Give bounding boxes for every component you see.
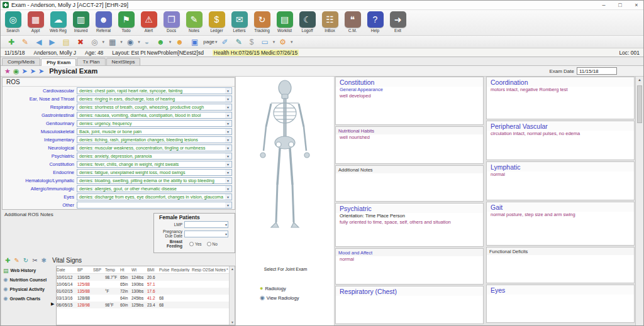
ros-dropdown-cardiovascular[interactable]: denies: chest pain, rapid heart rate, sy… [77,87,232,94]
column-header[interactable]: Temp [105,268,120,272]
transfer-icon[interactable]: ◒ [145,38,149,46]
table-row[interactable]: 10/06/14125/8865in190lbs57.1 [57,281,235,288]
column-header[interactable]: Date [57,268,77,272]
ros-dropdown-ear-nose-and-throat[interactable]: denies: ringing in ears, discharge, loss… [77,95,232,102]
back-icon[interactable]: ◀ [36,38,42,46]
exam-panel-lymphatic[interactable]: Lymphaticnormal [486,161,635,200]
star-icon[interactable]: ★ [4,68,11,75]
globe-icon[interactable]: ◉ [13,68,19,75]
notes-button[interactable]: ✎Notes [184,11,204,33]
exam-panel-constitution[interactable]: ConstitutionGeneral Appearancewell devel… [335,77,484,125]
scroll-up-icon[interactable]: ▲ [638,78,641,82]
help-button[interactable]: ?Help [365,11,385,33]
exit-button[interactable]: ➜Exit [388,11,408,33]
inbox-button[interactable]: ☷InBox [320,11,340,33]
patient-orange-icon[interactable]: ☻ [175,38,184,46]
forward-arrow-icon[interactable]: ➤ [21,68,27,75]
column-header[interactable]: Notes [215,268,226,272]
ros-dropdown-other[interactable]: ▾ [77,202,232,209]
view-radiology-link[interactable]: ◉ View Radiology [260,295,299,301]
edit-icon[interactable]: ✎ [14,258,19,264]
todo-button[interactable]: ⚑Todo [116,11,136,33]
patient-green-icon[interactable]: ☻ [157,38,165,46]
ros-dropdown-integumentary[interactable]: denies: itching, rash, pigmentation chan… [77,136,232,143]
ros-dropdown-respiratory[interactable]: denies: shortness of breath, cough, whee… [77,104,232,111]
basket-icon[interactable]: ▤ [63,38,70,46]
refresh-icon[interactable]: ↻ [23,258,28,264]
ros-dropdown-eyes[interactable]: denies: discharge from eyes, eye discomf… [77,193,232,200]
ros-dropdown-constitution[interactable]: denies: fever, chills, change in weight,… [77,161,232,168]
view-icon[interactable]: ◉ [127,38,133,46]
ros-dropdown-endocrine[interactable]: denies: fatigue, unexplained weight loss… [77,169,232,176]
print-icon[interactable]: ▦ [109,38,116,46]
close-button[interactable]: × [628,1,644,9]
skeleton-figure[interactable] [247,78,323,266]
brush-icon[interactable]: ✐ [222,38,228,46]
insured-button[interactable]: ▥Insured [71,11,91,33]
breast-feeding-no-radio[interactable] [207,242,211,246]
page-icon[interactable]: ▣ [191,38,198,46]
ros-dropdown-psychiatric[interactable]: denies: anxiety, depression, paranoia▾ [77,153,232,160]
worklist-button[interactable]: ▤Worklist [275,11,294,33]
column-header[interactable]: Ht [120,268,131,272]
ros-dropdown-gastrointestinal[interactable]: denies: nausea, vomiting, diarrhea, cons… [77,112,232,119]
dropdown-arrow-icon[interactable]: ▾ [102,40,104,45]
tracking-button[interactable]: ↻Tracking [252,11,272,33]
radiology-link[interactable]: ● Radiology [260,285,286,291]
dropdown-arrow-icon[interactable]: ▾ [120,40,123,45]
maximize-button[interactable]: □ [612,1,628,9]
add-icon[interactable]: ✚ [5,258,10,264]
dropdown-arrow-icon[interactable]: ▾ [138,40,140,45]
search-small-icon[interactable]: ◎ [91,38,97,46]
exam-panel-functional-deficits[interactable]: Functional Deficits [486,247,635,283]
scroll-up-icon[interactable]: ▲ [231,267,234,271]
dropdown-arrow-icon[interactable]: ▾ [273,40,275,45]
table-row[interactable]: 10/01/12136/8598.7°F65in124lbs20.6 [57,274,235,281]
exam-panel-psychiatric[interactable]: PsychiatricOrientation: Time Place Perso… [335,203,484,247]
column-header[interactable]: Pulse [159,268,171,272]
forward-arrow-icon[interactable]: ➤ [38,68,44,75]
exam-panel-mood-and-affect[interactable]: Mood and Affectnormal [335,248,484,285]
ros-dropdown-allergic-immunologic[interactable]: denies: allergies, gout, or other rheuma… [77,185,232,192]
ros-dropdown-neurological[interactable]: denies: muscular weakness, concentration… [77,144,232,151]
column-header[interactable]: BP [77,268,93,272]
logoff-button[interactable]: ☾Logoff [297,11,317,33]
ros-dropdown-musculoskeletal[interactable]: Back, joint, muscle or bone pain▾ [77,128,232,135]
docs-button[interactable]: ❐Docs [162,11,181,33]
scroll-down-icon[interactable]: ▼ [231,320,234,324]
ledger-button[interactable]: $Ledger [207,11,226,33]
chart-icon[interactable]: ▭ [261,38,268,46]
table-row[interactable]: 06/05/15128/9898°F60in125lbs23.468 [57,302,235,308]
pen-icon[interactable]: ✎ [236,38,242,46]
options-icon[interactable]: ✱ [42,258,47,264]
table-row[interactable]: 01/02/15135/88°F72in130lbs17.6 [57,288,235,295]
dropdown-arrow-icon[interactable]: ▾ [215,40,218,45]
exam-panel-respiratory-chest-[interactable]: Respiratory (Chest) [335,286,484,324]
sidebar-item-nutrition-counsel[interactable]: ✺Nutrition Counsel [2,275,56,285]
column-header[interactable]: O2Sat [203,268,215,272]
alert-button[interactable]: ⚠Alert [139,11,158,33]
column-header[interactable]: SBP [93,268,105,272]
dropdown-arrow-icon[interactable]: ▾ [291,40,293,45]
exam-panel-peripheral-vascular[interactable]: Peripheral Vascularcirculation intact, n… [486,121,635,160]
billing-icon[interactable]: $ [250,38,254,46]
letters-button[interactable]: ✉Letters [230,11,249,33]
tab-tx-plan[interactable]: Tx Plan [77,58,105,65]
exam-panel-gait[interactable]: Gaitnormal posture, step size and arm sw… [486,202,635,246]
minimize-button[interactable]: – [596,1,612,9]
vital-signs-scrollbar[interactable]: ▲ ▼ [229,266,235,325]
breast-feeding-yes-radio[interactable] [189,242,194,246]
tab-nextsteps[interactable]: NextSteps [106,58,141,65]
forward-arrow-icon[interactable]: ➤ [30,68,36,75]
web-reg-button[interactable]: ☁Web Reg [48,11,68,33]
tools-icon[interactable]: ⚙ [279,38,286,46]
column-header[interactable]: Wt [131,268,147,272]
referral-button[interactable]: ☻Referral [94,11,113,33]
sidebar-item-growth-charts[interactable]: ✺Growth Charts [2,294,56,303]
exam-panel-nutritional-habits[interactable]: Nutritional Habitswell nourished [335,126,484,164]
add-icon[interactable]: ✚ [8,38,14,46]
column-header[interactable]: Regularity [171,268,192,272]
pregnancy-due-date-dropdown[interactable]: ▾ [184,231,228,237]
scroll-thumb[interactable] [637,85,642,123]
column-header[interactable]: BMI [147,268,159,272]
